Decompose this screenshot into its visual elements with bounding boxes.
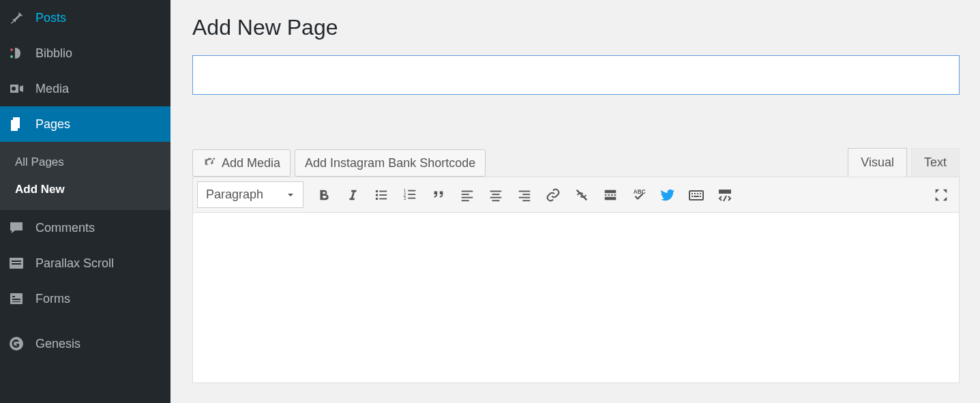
svg-rect-38 <box>614 194 617 196</box>
svg-rect-35 <box>605 194 607 196</box>
svg-point-10 <box>376 190 378 192</box>
align-center-button[interactable] <box>482 183 509 207</box>
parallax-icon <box>7 254 26 273</box>
chevron-down-icon <box>286 191 295 199</box>
tab-text[interactable]: Text <box>911 148 960 177</box>
sidebar-item-comments[interactable]: Comments <box>0 210 170 245</box>
svg-rect-22 <box>462 190 473 192</box>
svg-rect-28 <box>490 196 502 198</box>
add-instagram-shortcode-button[interactable]: Add Instagram Bank Shortcode <box>295 149 486 177</box>
svg-rect-31 <box>522 194 530 195</box>
button-label: Add Instagram Bank Shortcode <box>305 156 475 170</box>
sidebar-item-parallax[interactable]: Parallax Scroll <box>0 245 170 281</box>
bold-button[interactable] <box>310 183 338 207</box>
svg-text:3: 3 <box>404 196 406 200</box>
svg-rect-7 <box>12 299 20 300</box>
blockquote-button[interactable] <box>425 183 452 207</box>
submenu-item-all-pages[interactable]: All Pages <box>0 149 170 176</box>
svg-rect-3 <box>12 260 21 262</box>
keyboard-button[interactable] <box>683 183 710 207</box>
link-button[interactable] <box>539 183 567 207</box>
svg-rect-45 <box>700 193 701 194</box>
tab-visual[interactable]: Visual <box>848 148 907 177</box>
sidebar-item-label: Genesis <box>35 337 80 351</box>
svg-text:ABC: ABC <box>634 189 646 195</box>
spellcheck-button[interactable]: ABC <box>625 183 653 207</box>
svg-rect-14 <box>379 194 387 196</box>
svg-rect-44 <box>697 193 698 194</box>
page-title: Add New Page <box>192 15 960 40</box>
sidebar-item-label: Parallax Scroll <box>35 256 114 271</box>
format-select[interactable]: Paragraph <box>197 181 303 208</box>
sidebar-item-label: Comments <box>35 221 95 235</box>
svg-rect-43 <box>694 193 696 194</box>
editor-toolbar: Paragraph 123 ABC <box>192 177 960 213</box>
pin-icon <box>7 8 26 27</box>
svg-rect-15 <box>379 198 387 199</box>
code-button[interactable] <box>711 183 739 207</box>
svg-rect-33 <box>522 200 530 201</box>
sidebar-item-label: Pages <box>35 117 70 132</box>
admin-sidebar: Posts Bibblio Media Pages All Pages Add … <box>0 0 170 403</box>
sidebar-item-bibblio[interactable]: Bibblio <box>0 35 170 71</box>
button-label: Add Media <box>222 156 280 170</box>
sidebar-item-label: Bibblio <box>35 46 72 61</box>
align-left-button[interactable] <box>454 183 481 207</box>
read-more-button[interactable] <box>597 183 624 207</box>
twitter-button[interactable] <box>654 183 681 207</box>
sidebar-item-label: Posts <box>35 11 66 25</box>
svg-rect-49 <box>719 190 731 194</box>
svg-rect-37 <box>611 194 613 196</box>
sidebar-item-media[interactable]: Media <box>0 71 170 106</box>
bullet-list-button[interactable] <box>368 183 395 207</box>
add-media-button[interactable]: Add Media <box>192 149 291 177</box>
svg-rect-32 <box>519 196 531 198</box>
svg-rect-34 <box>605 190 617 193</box>
italic-button[interactable] <box>339 183 366 207</box>
svg-point-12 <box>376 197 378 200</box>
sidebar-item-label: Media <box>35 82 69 96</box>
comment-icon <box>7 218 26 237</box>
svg-rect-13 <box>379 190 387 192</box>
media-icon <box>7 79 26 98</box>
sidebar-item-genesis[interactable]: Genesis <box>0 326 170 361</box>
svg-rect-41 <box>689 191 703 200</box>
svg-rect-39 <box>605 196 617 200</box>
fullscreen-button[interactable] <box>927 183 955 207</box>
svg-rect-47 <box>700 196 701 197</box>
svg-point-0 <box>10 48 13 51</box>
sidebar-item-forms[interactable]: Forms <box>0 281 170 316</box>
svg-rect-30 <box>519 190 531 192</box>
page-title-input[interactable] <box>192 55 960 95</box>
sidebar-submenu-pages: All Pages Add New <box>0 142 170 210</box>
editor-content-area[interactable] <box>192 213 960 383</box>
svg-rect-29 <box>492 200 500 201</box>
sidebar-item-pages[interactable]: Pages <box>0 106 170 142</box>
svg-rect-46 <box>692 196 693 197</box>
svg-rect-36 <box>608 194 610 196</box>
sidebar-item-posts[interactable]: Posts <box>0 0 170 35</box>
svg-rect-6 <box>12 296 15 297</box>
pages-icon <box>7 115 26 134</box>
format-select-label: Paragraph <box>206 188 263 202</box>
submenu-item-add-new[interactable]: Add New <box>0 176 170 203</box>
svg-rect-23 <box>462 194 469 195</box>
svg-rect-24 <box>462 196 473 198</box>
svg-rect-25 <box>462 200 469 201</box>
sidebar-item-label: Forms <box>35 292 70 306</box>
svg-rect-8 <box>12 301 20 302</box>
svg-rect-42 <box>692 193 693 194</box>
align-right-button[interactable] <box>511 183 538 207</box>
forms-icon <box>7 289 26 308</box>
unlink-button[interactable] <box>568 183 595 207</box>
numbered-list-button[interactable]: 123 <box>396 183 424 207</box>
svg-point-1 <box>10 55 13 58</box>
camera-music-icon <box>203 155 218 170</box>
svg-rect-21 <box>408 197 415 198</box>
svg-rect-26 <box>490 190 502 192</box>
svg-rect-48 <box>694 196 699 197</box>
svg-rect-27 <box>492 194 500 195</box>
bibblio-icon <box>7 44 26 63</box>
svg-point-11 <box>376 194 378 196</box>
svg-rect-4 <box>12 263 21 265</box>
